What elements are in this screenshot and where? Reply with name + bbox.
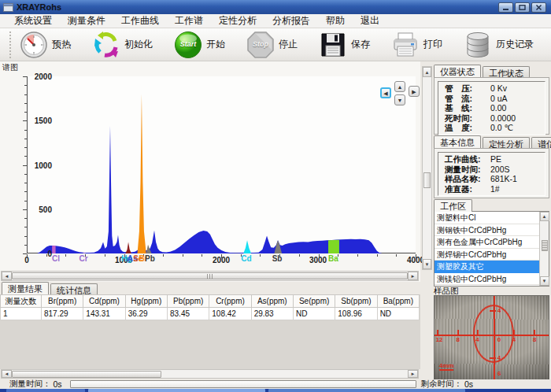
save-icon: [319, 31, 347, 59]
dead-time-label: 死时间:: [445, 113, 490, 124]
tab-spectrum-info[interactable]: 谱信息: [531, 137, 551, 148]
tube-current-value: 0 uA: [490, 94, 508, 104]
series-Cd-peak: [243, 240, 251, 253]
tab-instrument-status[interactable]: 仪器状态: [434, 65, 481, 77]
results-table[interactable]: 测量次数 Br(ppm) Cd(ppm) Hg(ppm) Pb(ppm) Cr(…: [0, 294, 420, 320]
collimator-label: 准直器:: [445, 184, 490, 194]
menu-qualitative-analysis[interactable]: 定性分析: [211, 13, 264, 28]
scroll-left-icon[interactable]: ◄: [2, 370, 12, 378]
start-button[interactable]: Start 开始: [174, 31, 225, 59]
col-br: Br(ppm): [42, 295, 83, 308]
work-curve-label: 工作曲线:: [445, 154, 490, 165]
print-icon: [391, 31, 420, 59]
scroll-right-icon[interactable]: ►: [408, 272, 418, 280]
sample-axis-number: 4: [475, 336, 479, 343]
pan-right-button[interactable]: ▶: [409, 86, 420, 97]
table-horizontal-scrollbar[interactable]: ◄ ►: [1, 369, 419, 379]
taskbar-window-button[interactable]: [6, 389, 85, 392]
cell-sb: 108.96: [335, 308, 377, 320]
stop-button[interactable]: Stop 停止: [246, 31, 298, 59]
crosshair-vertical-line: [494, 296, 495, 379]
work-area-item[interactable]: 测钢铁中CrCdPbHg: [435, 224, 539, 237]
tab-basic-info[interactable]: 基本信息: [434, 135, 481, 148]
basic-info-box: 工作曲线:PE 测量时间:200S 样品名称:681K-1 准直器:1#: [434, 148, 549, 198]
cell-ba: ND: [377, 308, 419, 320]
sample-axis-number: 8: [457, 336, 460, 343]
scroll-down-icon[interactable]: ▼: [423, 259, 431, 269]
save-button[interactable]: 保存: [319, 31, 370, 59]
work-area-scroll-thumb[interactable]: [542, 240, 548, 251]
table-scroll-thumb[interactable]: [12, 371, 161, 378]
print-button[interactable]: 打印: [391, 31, 442, 59]
pan-down-button[interactable]: ▼: [394, 94, 405, 105]
remain-time-status-value: 0s: [464, 379, 473, 389]
history-icon: [464, 31, 492, 59]
tab-qualitative[interactable]: 定性分析: [483, 137, 530, 148]
vertical-scrollbar[interactable]: ▲ ▼: [422, 66, 432, 270]
sample-name-label: 样品名称:: [445, 174, 490, 184]
work-area-item[interactable]: 测镁铝中CrCdPbHg: [435, 273, 539, 286]
menu-system-settings[interactable]: 系统设置: [6, 13, 60, 28]
gauge-icon: [20, 31, 48, 59]
taskbar-window-button[interactable]: [88, 389, 265, 392]
pan-up-button[interactable]: ▲: [394, 81, 405, 92]
menu-work-curve[interactable]: 工作曲线: [113, 13, 167, 28]
work-area-item[interactable]: 测有色金属中CrCdPbHg: [435, 236, 539, 249]
chart-panel-label: 谱图: [2, 62, 18, 73]
chart-horizontal-scrollbar[interactable]: ◄ ►: [1, 271, 419, 281]
y-tick-1500: 1500: [27, 116, 52, 125]
initialize-button[interactable]: 初始化: [92, 31, 153, 59]
maximize-button[interactable]: [515, 2, 530, 13]
menu-work-spectrum[interactable]: 工作谱: [167, 13, 211, 28]
scroll-left-icon[interactable]: ◄: [2, 272, 12, 280]
measure-progress-bar: [70, 380, 416, 388]
scroll-right-icon[interactable]: ►: [408, 370, 418, 378]
element-label-Pb: Pb: [145, 254, 155, 263]
element-label-Ba: Ba: [328, 254, 338, 263]
sample-axis-number: 12: [435, 336, 442, 343]
stop-label: 停止: [279, 38, 298, 51]
instrument-status-box: 管 压:0 Kv 管 流:0 uA 基 线:0.00 死时间:0.0000 温 …: [434, 77, 549, 135]
baseline-value: 0.00: [490, 103, 506, 113]
cell-count: 1: [1, 308, 42, 320]
tab-working-status[interactable]: 工作状态: [483, 66, 530, 77]
menu-analysis-report[interactable]: 分析报告: [264, 13, 318, 28]
work-curve-value: PE: [490, 154, 501, 165]
history-button[interactable]: 历史记录: [464, 31, 534, 59]
scroll-up-icon[interactable]: ▲: [423, 67, 431, 77]
work-area-item[interactable]: 测塑胶及其它: [435, 261, 539, 273]
remain-time-status-label: 剩余时间：: [421, 379, 464, 390]
cell-cr: 108.42: [209, 308, 251, 320]
taskbar-window-button[interactable]: [268, 389, 465, 392]
tab-measure-results[interactable]: 测量结果: [2, 282, 49, 294]
work-area-item[interactable]: 测焊锡中CrCdPbHg: [435, 249, 539, 261]
chart-scroll-thumb[interactable]: [12, 272, 408, 279]
element-label-Cl: Cl: [52, 254, 60, 263]
tab-statistics[interactable]: 统计信息: [50, 283, 98, 294]
col-cr: Cr(ppm): [209, 295, 251, 308]
results-panel: 测量结果 统计信息 测量次数 Br(ppm) Cd(ppm) Hg(ppm) P…: [0, 282, 420, 369]
scroll-down-icon[interactable]: ▼: [540, 276, 549, 286]
tab-work-area[interactable]: 工作区: [434, 199, 472, 212]
preheat-button[interactable]: 预热: [20, 31, 71, 59]
menu-measure-conditions[interactable]: 测量条件: [60, 13, 113, 28]
spectrum-plot[interactable]: [27, 76, 416, 253]
work-area-item[interactable]: 测塑料中Cl: [435, 212, 539, 224]
table-row[interactable]: 1 817.29 143.31 36.29 83.45 108.42 29.83…: [1, 308, 420, 320]
vertical-scroll-thumb[interactable]: [423, 172, 431, 188]
work-area-scrollbar[interactable]: ▲ ▼: [539, 212, 549, 286]
tube-current-label: 管 流:: [445, 94, 490, 104]
minimize-icon: [502, 5, 509, 10]
sample-axis-number: 8: [533, 336, 536, 343]
menu-exit[interactable]: 退出: [353, 13, 387, 28]
start-icon-text: Start: [174, 40, 202, 48]
menu-help[interactable]: 帮助: [318, 13, 353, 28]
series-As-peak: [125, 242, 131, 253]
close-button[interactable]: [531, 2, 546, 13]
close-icon: [535, 5, 542, 10]
y-tick-2000: 2000: [27, 72, 52, 81]
scroll-up-icon[interactable]: ▲: [540, 212, 549, 221]
pan-left-button[interactable]: ◀: [380, 87, 391, 98]
element-label-Sb: Sb: [272, 254, 283, 263]
minimize-button[interactable]: [498, 2, 513, 13]
